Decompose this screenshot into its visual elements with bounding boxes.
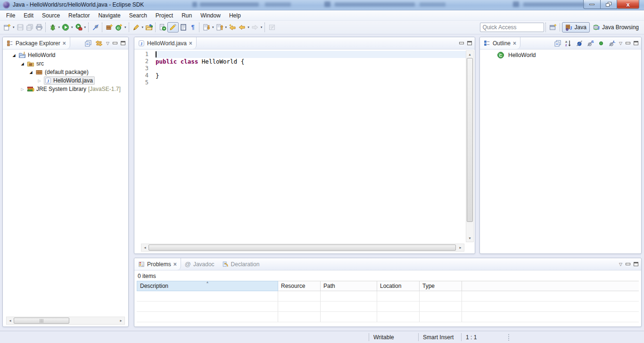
scrollbar-thumb[interactable] — [467, 58, 473, 222]
minimize-view-button[interactable] — [626, 263, 630, 265]
code-line[interactable]: 2 public class HelloWorld { — [135, 58, 466, 65]
external-tools-dropdown[interactable]: ▾ — [83, 25, 87, 29]
pin-editor-button[interactable] — [267, 22, 277, 33]
hide-non-public-members-button[interactable] — [597, 40, 605, 47]
tree-item-src[interactable]: ◢ src — [3, 59, 128, 68]
new-wizard-button[interactable] — [2, 22, 12, 33]
next-annotation-dropdown[interactable]: ▾ — [211, 25, 215, 29]
column-header-resource[interactable]: Resource — [278, 281, 321, 291]
maximize-view-button[interactable] — [634, 41, 638, 45]
code-line[interactable]: 5 — [135, 79, 466, 86]
scroll-right-icon[interactable]: ▸ — [117, 317, 124, 324]
hide-fields-button[interactable] — [576, 40, 583, 47]
run-button[interactable] — [61, 22, 70, 33]
column-header-path[interactable]: Path — [321, 281, 377, 291]
forward-dropdown[interactable]: ▾ — [260, 25, 264, 29]
menu-source[interactable]: Source — [38, 11, 64, 20]
view-menu-button[interactable]: ▽ — [619, 41, 622, 46]
perspective-java-button[interactable]: J Java — [562, 22, 590, 33]
open-perspective-button[interactable] — [548, 22, 558, 33]
collapsed-arrow-icon[interactable]: ▷ — [20, 87, 25, 91]
restore-button[interactable] — [600, 0, 617, 9]
expanded-arrow-icon[interactable]: ◢ — [20, 62, 25, 66]
menu-help[interactable]: Help — [225, 11, 245, 20]
editor-hscrollbar[interactable]: ◂ ▸ — [141, 244, 464, 252]
close-icon[interactable]: × — [63, 41, 66, 46]
hide-local-types-button[interactable]: L — [608, 40, 616, 47]
package-explorer-hscrollbar[interactable]: ◂ ▸ — [6, 317, 125, 325]
titlebar[interactable]: Java - HelloWorld/src/HelloWorld.java - … — [0, 0, 644, 10]
maximize-view-button[interactable] — [121, 41, 125, 45]
new-class-dropdown[interactable]: ▾ — [124, 25, 127, 29]
tree-item-default-package[interactable]: ◢ (default package) — [3, 68, 128, 76]
save-button[interactable] — [16, 22, 25, 33]
statusbar-drag-handle[interactable] — [508, 334, 509, 341]
scroll-down-icon[interactable]: ▾ — [466, 235, 473, 242]
minimize-button[interactable] — [583, 0, 601, 9]
new-wizard-dropdown[interactable]: ▾ — [12, 25, 16, 29]
view-menu-button[interactable]: ▽ — [619, 262, 622, 267]
scroll-right-icon[interactable]: ▸ — [457, 244, 464, 251]
run-dropdown[interactable]: ▾ — [70, 25, 74, 29]
scrollbar-thumb[interactable] — [149, 245, 456, 251]
menu-run[interactable]: Run — [177, 11, 196, 20]
new-class-button[interactable]: C — [114, 22, 124, 33]
expanded-arrow-icon[interactable]: ◢ — [11, 53, 17, 57]
close-button[interactable]: x — [617, 0, 639, 9]
hide-static-members-button[interactable]: S — [586, 40, 594, 47]
outline-item-helloworld[interactable]: C HelloWorld — [480, 51, 641, 59]
mark-occurrences-toggle[interactable] — [167, 22, 179, 33]
tab-package-explorer[interactable]: Package Explorer × — [3, 37, 70, 49]
pen-tool-dropdown[interactable]: ▾ — [141, 25, 145, 29]
tree-item-project[interactable]: ◢ J HelloWorld — [3, 51, 128, 59]
minimize-view-button[interactable] — [626, 42, 630, 44]
skip-breakpoints-button[interactable] — [91, 22, 100, 33]
link-with-editor-button[interactable] — [95, 40, 103, 47]
new-java-project-button[interactable] — [105, 22, 114, 33]
pen-tool-button[interactable] — [132, 22, 141, 33]
tab-javadoc[interactable]: @ Javadoc — [181, 258, 218, 270]
menu-search[interactable]: Search — [125, 11, 151, 20]
open-type-button[interactable] — [144, 22, 154, 33]
back-dropdown[interactable]: ▾ — [247, 25, 250, 29]
debug-button[interactable] — [48, 22, 58, 33]
menu-project[interactable]: Project — [151, 11, 177, 20]
scrollbar-thumb[interactable] — [14, 318, 69, 324]
quick-access-input[interactable] — [480, 23, 544, 32]
status-insert-mode[interactable]: Smart Insert — [423, 334, 454, 341]
maximize-view-button[interactable] — [634, 262, 638, 266]
minimize-view-button[interactable] — [113, 42, 117, 44]
tab-declaration[interactable]: Declaration — [218, 258, 264, 270]
menu-window[interactable]: Window — [196, 11, 225, 20]
tree-item-jre-library[interactable]: ▷ JRE System Library [JavaSE-1.7] — [3, 85, 128, 93]
show-selected-element-button[interactable] — [179, 22, 188, 33]
perspective-java-browsing-button[interactable]: J Java Browsing — [590, 22, 642, 33]
debug-dropdown[interactable]: ▾ — [58, 25, 61, 29]
back-button[interactable] — [237, 22, 247, 33]
sort-button[interactable]: az — [565, 40, 572, 47]
forward-button[interactable] — [250, 22, 260, 33]
tab-helloworld-java[interactable]: J HelloWorld.java × — [134, 37, 197, 49]
expanded-arrow-icon[interactable]: ◢ — [28, 70, 33, 74]
menu-refactor[interactable]: Refactor — [64, 11, 94, 20]
close-icon[interactable]: × — [189, 41, 192, 46]
menu-edit[interactable]: Edit — [19, 11, 38, 20]
maximize-editor-button[interactable] — [467, 41, 472, 45]
show-whitespace-toggle[interactable]: ¶ — [188, 22, 198, 33]
show-source-button[interactable] — [158, 22, 167, 33]
view-menu-button[interactable]: ▽ — [106, 41, 109, 46]
tab-outline[interactable]: Outline × — [480, 37, 520, 49]
code-editor[interactable]: 1 2 public class HelloWorld { 3 4 } 5 — [135, 50, 466, 243]
code-line[interactable]: 3 — [135, 65, 466, 72]
code-line[interactable]: 4 } — [135, 72, 466, 79]
code-line[interactable]: 1 — [135, 51, 466, 58]
previous-annotation-button[interactable] — [215, 22, 224, 33]
collapse-all-button[interactable] — [84, 40, 92, 47]
column-header-description[interactable]: ▲Description — [137, 281, 278, 291]
menu-navigate[interactable]: Navigate — [94, 11, 124, 20]
scroll-up-icon[interactable]: ▴ — [466, 51, 473, 58]
scroll-left-icon[interactable]: ◂ — [141, 244, 149, 251]
next-annotation-button[interactable] — [202, 22, 211, 33]
print-button[interactable] — [34, 22, 44, 33]
editor-vscrollbar[interactable]: ▴ ▾ — [466, 50, 474, 242]
